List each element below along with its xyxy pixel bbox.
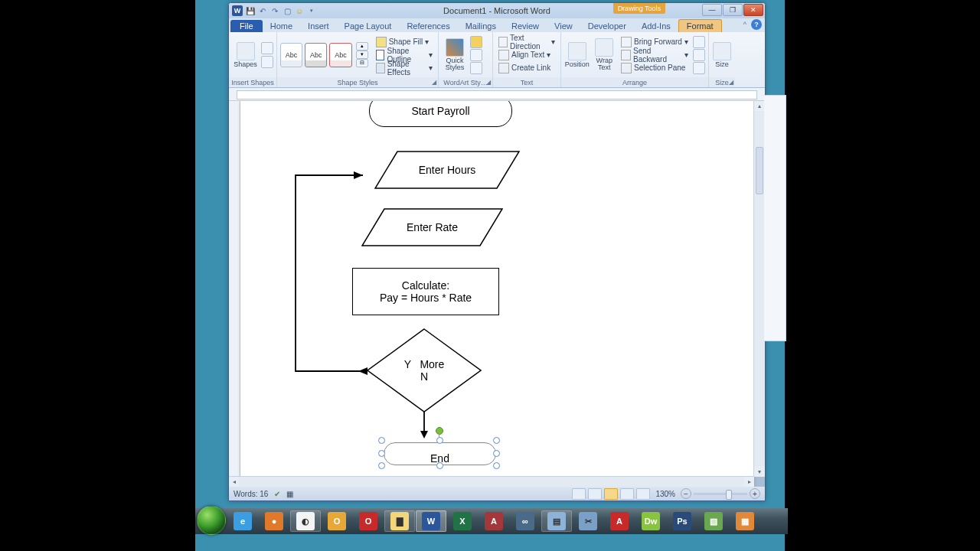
taskbar-notepad[interactable]: ▤	[541, 510, 572, 532]
position-button[interactable]: Position	[564, 42, 590, 68]
view-web-layout[interactable]	[604, 488, 618, 500]
word-icon[interactable]: W	[232, 5, 243, 16]
tab-mailings[interactable]: Mailings	[458, 20, 504, 32]
taskbar-word[interactable]: W	[416, 510, 446, 532]
selection-pane-button[interactable]: Selection Pane	[619, 61, 691, 74]
qat-customize-icon[interactable]: ▾	[307, 6, 316, 15]
taskbar-acrobat[interactable]: A	[604, 510, 635, 532]
taskbar-app1[interactable]: ▧	[698, 510, 729, 532]
view-draft[interactable]	[636, 488, 650, 500]
send-backward-button[interactable]: Send Backward ▾	[619, 48, 691, 61]
shape-style-more[interactable]: ⊟	[356, 59, 368, 67]
resize-handle-nw[interactable]	[378, 437, 385, 444]
zoom-slider[interactable]	[694, 493, 747, 495]
shape-data-rate[interactable]: Enter Rate	[361, 208, 503, 246]
taskbar-firefox[interactable]: ●	[259, 510, 289, 532]
size-button[interactable]: Size	[712, 42, 732, 68]
tab-insert[interactable]: Insert	[300, 20, 337, 32]
view-full-screen[interactable]	[588, 488, 602, 500]
zoom-level[interactable]: 130%	[655, 490, 675, 498]
scroll-down-icon[interactable]: ▾	[754, 467, 765, 477]
quick-styles-button[interactable]: Quick Styles	[442, 38, 468, 71]
resize-handle-w[interactable]	[378, 450, 385, 457]
maximize-button[interactable]: ❐	[723, 4, 743, 16]
vertical-ruler[interactable]	[229, 101, 240, 487]
taskbar-snip[interactable]: ✂	[573, 510, 603, 532]
resize-handle-se[interactable]	[493, 462, 500, 469]
taskbar-ie[interactable]: e	[227, 510, 258, 532]
page-canvas[interactable]: Start Payroll Enter Hours Enter Rate Cal…	[240, 101, 754, 487]
qat-smiley-icon[interactable]: ☺	[295, 6, 304, 15]
rotate-handle[interactable]	[436, 427, 443, 435]
shape-effects-button[interactable]: Shape Effects ▾	[374, 61, 435, 74]
connector-loopback[interactable]	[286, 166, 378, 377]
qat-save-icon[interactable]: 💾	[246, 6, 255, 15]
zoom-out-button[interactable]: −	[681, 488, 691, 499]
qat-redo-icon[interactable]: ↷	[270, 6, 279, 15]
resize-handle-ne[interactable]	[493, 437, 500, 444]
shape-styles-launcher[interactable]: ◢	[432, 79, 436, 86]
taskbar-access[interactable]: A	[479, 510, 509, 532]
selection-handles[interactable]	[381, 439, 498, 467]
wrap-text-button[interactable]: Wrap Text	[592, 38, 616, 71]
taskbar-explorer[interactable]: ▇	[384, 510, 415, 532]
resize-handle-sw[interactable]	[378, 462, 385, 469]
shape-decision-more[interactable]: Y More N	[367, 328, 482, 412]
text-box-button[interactable]	[261, 56, 273, 68]
view-outline[interactable]	[620, 488, 634, 500]
macro-icon[interactable]: ▦	[286, 490, 293, 498]
resize-handle-n[interactable]	[436, 437, 443, 444]
tab-page-layout[interactable]: Page Layout	[337, 20, 400, 32]
taskbar-excel[interactable]: X	[447, 510, 478, 532]
tab-developer[interactable]: Developer	[580, 20, 634, 32]
shape-style-3[interactable]: Abc	[329, 43, 351, 67]
scroll-left-icon[interactable]: ◂	[229, 477, 239, 487]
tab-view[interactable]: View	[547, 20, 580, 32]
edit-shape-button[interactable]	[261, 42, 273, 54]
wordart-launcher[interactable]: ◢	[486, 79, 491, 86]
taskbar-link[interactable]: ∞	[510, 510, 541, 532]
help-button[interactable]: ?	[751, 19, 762, 30]
taskbar-chrome[interactable]: ◐	[290, 510, 321, 532]
scroll-up-icon[interactable]: ▴	[754, 101, 765, 111]
shape-style-2[interactable]: Abc	[305, 43, 327, 67]
shape-style-row-down[interactable]: ▾	[356, 51, 368, 59]
shape-data-hours[interactable]: Enter Hours	[374, 151, 520, 189]
connector-down-end[interactable]	[419, 411, 430, 440]
taskbar-outlook[interactable]: O	[322, 510, 352, 532]
spell-check-icon[interactable]: ✔	[274, 490, 280, 498]
tab-home[interactable]: Home	[263, 20, 300, 32]
resize-handle-s[interactable]	[436, 462, 443, 469]
rotate-button[interactable]	[693, 62, 705, 74]
word-count[interactable]: Words: 16	[234, 490, 268, 498]
view-print-layout[interactable]	[572, 488, 586, 500]
taskbar-photoshop[interactable]: Ps	[667, 510, 697, 532]
tab-format[interactable]: Format	[678, 19, 722, 32]
tab-file[interactable]: File	[230, 20, 263, 32]
taskbar-opera[interactable]: O	[353, 510, 384, 532]
zoom-in-button[interactable]: +	[750, 488, 760, 499]
create-link-button[interactable]: Create Link	[496, 61, 557, 74]
minimize-button[interactable]: —	[702, 4, 722, 16]
shape-terminator-start[interactable]: Start Payroll	[369, 101, 512, 127]
align-button[interactable]	[693, 36, 705, 48]
tab-review[interactable]: Review	[504, 20, 547, 32]
zoom-slider-thumb[interactable]	[726, 490, 732, 500]
shape-style-1[interactable]: Abc	[280, 43, 302, 67]
horizontal-scrollbar[interactable]: ◂ ▸	[229, 476, 754, 487]
group-button[interactable]	[693, 49, 705, 61]
scroll-thumb[interactable]	[756, 147, 763, 194]
text-fill-button[interactable]	[470, 36, 482, 48]
horizontal-ruler[interactable]	[229, 88, 765, 101]
minimize-ribbon-icon[interactable]: ^	[743, 21, 746, 28]
qat-new-icon[interactable]: ▢	[283, 6, 292, 15]
shape-style-row-up[interactable]: ▴	[356, 42, 368, 51]
start-button[interactable]	[197, 506, 226, 535]
tab-references[interactable]: References	[399, 20, 457, 32]
shapes-gallery-button[interactable]: Shapes	[232, 42, 259, 68]
close-button[interactable]: ✕	[743, 4, 763, 16]
align-text-button[interactable]: Align Text ▾	[496, 48, 557, 61]
taskbar-dreamweaver[interactable]: Dw	[635, 510, 666, 532]
qat-undo-icon[interactable]: ↶	[258, 6, 267, 15]
text-direction-button[interactable]: Text Direction ▾	[496, 35, 557, 48]
